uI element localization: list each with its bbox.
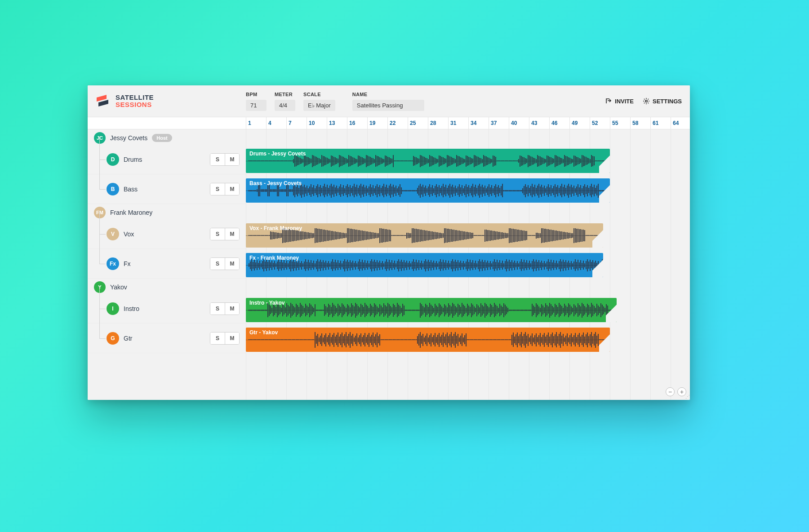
bpm-label: BPM — [246, 92, 267, 97]
mute-button[interactable]: M — [225, 258, 239, 270]
ruler-tick[interactable]: 34 — [468, 117, 489, 129]
solo-button[interactable]: S — [210, 332, 225, 344]
ruler-tick[interactable]: 64 — [671, 117, 690, 129]
user-row: FMFrank Maroney — [88, 204, 246, 219]
name-field[interactable]: NAME Satellites Passing — [352, 92, 424, 111]
mute-button[interactable]: M — [225, 154, 239, 165]
user-name: Yakov — [110, 284, 127, 291]
ruler-tick[interactable]: 22 — [387, 117, 408, 129]
user-row: YYakov — [88, 279, 246, 294]
track-name: Gtr — [124, 335, 132, 342]
solo-button[interactable]: S — [210, 183, 225, 195]
app-window: SATELLITE SESSIONS BPM 71 METER 4/4 SCAL… — [88, 85, 690, 400]
mute-button[interactable]: M — [225, 228, 239, 240]
clip-label: Fx - Frank Maroney — [249, 255, 600, 261]
audio-clip[interactable]: Fx - Frank Maroney — [246, 253, 603, 277]
mute-button[interactable]: M — [225, 332, 239, 344]
zoom-in-button[interactable]: + — [677, 387, 686, 396]
track-name: Instro — [124, 305, 139, 312]
clip-label: Drums - Jessy Covets — [249, 151, 606, 157]
ruler-tick[interactable]: 61 — [650, 117, 671, 129]
timeline[interactable]: 1471013161922252831343740434649525558616… — [246, 117, 690, 400]
user-avatar: FM — [94, 207, 106, 218]
clip-label: Instro - Yakov — [249, 300, 613, 306]
scale-field[interactable]: SCALE E♭ Major — [303, 92, 335, 111]
ruler-tick[interactable]: 16 — [347, 117, 367, 129]
track-avatar: D — [107, 153, 119, 166]
track-row[interactable]: FxFxSM — [88, 249, 246, 279]
track-row[interactable]: GGtrSM — [88, 324, 246, 353]
ruler-tick[interactable]: 7 — [286, 117, 307, 129]
solo-button[interactable]: S — [210, 228, 225, 240]
clip-label: Vox - Frank Maroney — [249, 225, 600, 231]
zoom-out-button[interactable]: − — [666, 387, 675, 396]
track-row[interactable]: BBassSM — [88, 174, 246, 204]
scale-value[interactable]: E♭ Major — [303, 100, 335, 111]
track-name: Bass — [124, 186, 138, 193]
track-name: Fx — [124, 260, 131, 267]
user-name: Frank Maroney — [110, 209, 152, 216]
bpm-value[interactable]: 71 — [246, 100, 267, 111]
svg-point-0 — [645, 100, 647, 102]
track-avatar: V — [107, 228, 119, 240]
solo-button[interactable]: S — [210, 303, 225, 315]
audio-clip[interactable]: Instro - Yakov — [246, 298, 617, 322]
header: SATELLITE SESSIONS BPM 71 METER 4/4 SCAL… — [88, 85, 690, 117]
audio-clip[interactable]: Drums - Jessy Covets — [246, 149, 610, 173]
meter-field[interactable]: METER 4/4 — [275, 92, 295, 111]
arrangement-grid[interactable]: Drums - Jessy CovetsBass - Jessy CovetsV… — [246, 129, 690, 400]
mute-button[interactable]: M — [225, 303, 239, 315]
bar-ruler[interactable]: 1471013161922252831343740434649525558616… — [246, 117, 690, 129]
track-avatar: G — [107, 332, 119, 345]
ruler-tick[interactable]: 4 — [266, 117, 286, 129]
gear-icon — [643, 98, 650, 105]
ruler-tick[interactable]: 19 — [367, 117, 387, 129]
track-avatar: Fx — [107, 257, 119, 270]
track-row[interactable]: VVoxSM — [88, 219, 246, 249]
host-badge: Host — [152, 134, 172, 142]
meter-value[interactable]: 4/4 — [275, 100, 295, 111]
ruler-tick[interactable]: 28 — [428, 117, 448, 129]
ruler-tick[interactable]: 40 — [509, 117, 529, 129]
app-title-2: SESSIONS — [116, 101, 154, 108]
ruler-tick[interactable]: 49 — [569, 117, 590, 129]
track-name: Drums — [124, 156, 142, 163]
ruler-tick[interactable]: 43 — [529, 117, 549, 129]
ruler-tick[interactable]: 1 — [246, 117, 266, 129]
track-sidebar: JCJessy CovetsHostDDrumsSMBBassSMFMFrank… — [88, 117, 246, 400]
ruler-tick[interactable]: 52 — [590, 117, 610, 129]
ruler-tick[interactable]: 10 — [307, 117, 327, 129]
resize-grip-icon[interactable]: ⋰ — [685, 394, 689, 399]
invite-button[interactable]: INVITE — [605, 98, 634, 105]
ruler-tick[interactable]: 46 — [549, 117, 569, 129]
logo-icon — [96, 93, 109, 109]
settings-button[interactable]: SETTINGS — [643, 98, 682, 105]
bpm-field[interactable]: BPM 71 — [246, 92, 267, 111]
name-value[interactable]: Satellites Passing — [352, 100, 424, 111]
audio-clip[interactable]: Gtr - Yakov — [246, 328, 610, 352]
ruler-tick[interactable]: 55 — [610, 117, 630, 129]
audio-clip[interactable]: Vox - Frank Maroney — [246, 223, 603, 248]
solo-button[interactable]: S — [210, 154, 225, 165]
clip-label: Bass - Jessy Covets — [249, 180, 606, 186]
mute-button[interactable]: M — [225, 183, 239, 195]
ruler-tick[interactable]: 37 — [489, 117, 509, 129]
ruler-tick[interactable]: 58 — [630, 117, 650, 129]
ruler-tick[interactable]: 25 — [408, 117, 428, 129]
user-avatar: JC — [94, 132, 106, 144]
invite-icon — [605, 98, 612, 105]
track-avatar: B — [107, 183, 119, 195]
track-row[interactable]: DDrumsSM — [88, 145, 246, 174]
name-label: NAME — [352, 92, 424, 97]
track-avatar: I — [107, 302, 119, 315]
ruler-tick[interactable]: 13 — [327, 117, 347, 129]
track-row[interactable]: IInstroSM — [88, 294, 246, 324]
sidebar-ruler-gap — [88, 117, 246, 129]
user-avatar: Y — [94, 281, 106, 293]
track-name: Vox — [124, 231, 134, 238]
logo: SATELLITE SESSIONS — [96, 93, 213, 109]
solo-button[interactable]: S — [210, 258, 225, 270]
ruler-tick[interactable]: 31 — [448, 117, 468, 129]
audio-clip[interactable]: Bass - Jessy Covets — [246, 178, 610, 203]
app-title-1: SATELLITE — [116, 94, 154, 101]
